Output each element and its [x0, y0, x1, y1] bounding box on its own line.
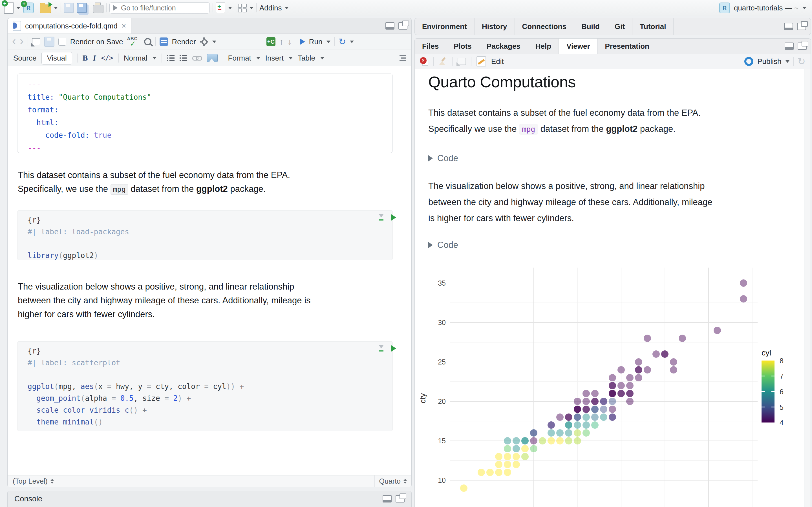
- tab-build[interactable]: Build: [574, 18, 607, 35]
- minimize-pane-icon[interactable]: [386, 22, 395, 30]
- paragraph-style-select[interactable]: Normal: [124, 54, 147, 62]
- addins-menu[interactable]: Addins: [259, 4, 282, 12]
- tab-packages[interactable]: Packages: [479, 39, 528, 54]
- open-file-icon[interactable]: [40, 4, 51, 13]
- render-button[interactable]: Render: [172, 38, 196, 46]
- minimize-pane-icon[interactable]: [383, 495, 392, 503]
- minimize-pane-icon[interactable]: [784, 23, 793, 30]
- refresh-viewer-icon[interactable]: ↻: [798, 57, 806, 66]
- inline-code-icon[interactable]: [101, 54, 113, 62]
- publish-caret-icon[interactable]: [785, 60, 790, 63]
- maximize-pane-icon[interactable]: [398, 22, 407, 30]
- document-canvas[interactable]: ---title: "Quarto Computations"format: h…: [8, 66, 411, 475]
- run-chunks-above-icon[interactable]: [378, 345, 384, 351]
- run-chunk-icon[interactable]: [391, 345, 396, 351]
- render-on-save-checkbox[interactable]: [58, 38, 66, 46]
- spellcheck-icon[interactable]: [127, 37, 140, 47]
- outline-toggle-icon[interactable]: [400, 55, 406, 61]
- publish-button[interactable]: Publish: [757, 57, 781, 66]
- run-button[interactable]: Run: [309, 38, 322, 46]
- save-all-icon[interactable]: [77, 3, 87, 13]
- divider: [118, 54, 119, 62]
- source-refresh-caret-icon[interactable]: [350, 41, 354, 43]
- project-menu[interactable]: R quarto-tutorials — ~: [719, 0, 806, 16]
- edit-button[interactable]: Edit: [491, 57, 504, 66]
- tab-tutorial[interactable]: Tutorial: [632, 18, 673, 35]
- minimize-pane-icon[interactable]: [784, 43, 794, 50]
- paragraph-style-caret-icon[interactable]: [153, 57, 156, 59]
- maximize-pane-icon[interactable]: [396, 495, 405, 503]
- bold-icon[interactable]: [83, 54, 88, 62]
- code-fold-1[interactable]: Code: [428, 153, 458, 163]
- version-control-caret-icon[interactable]: [228, 7, 232, 9]
- table-menu[interactable]: Table: [298, 54, 315, 62]
- editor-tab[interactable]: computations-code-fold.qmd ×: [8, 18, 132, 34]
- code-chunk-load-packages[interactable]: {r}#| label: load-packages library(ggplo…: [17, 210, 393, 260]
- workspace-panes-icon[interactable]: [238, 4, 247, 12]
- doc-mode[interactable]: Quarto: [374, 475, 411, 487]
- visual-mode-button[interactable]: Visual: [42, 52, 72, 64]
- forward-icon[interactable]: ›: [20, 37, 23, 45]
- maximize-pane-icon[interactable]: [797, 23, 806, 30]
- open-in-browser-icon[interactable]: [458, 58, 466, 65]
- table-caret-icon[interactable]: [320, 57, 324, 59]
- new-file-caret-icon[interactable]: [16, 7, 20, 9]
- link-icon[interactable]: [192, 55, 202, 61]
- goto-file-input[interactable]: [120, 4, 206, 12]
- code-fold-2[interactable]: Code: [428, 240, 458, 250]
- numbered-list-icon[interactable]: [180, 55, 187, 61]
- format-caret-icon[interactable]: [256, 57, 260, 59]
- tab-files[interactable]: Files: [415, 39, 446, 54]
- go-next-section-icon[interactable]: ↓: [288, 37, 292, 47]
- back-icon[interactable]: ‹: [12, 37, 16, 45]
- render-settings-caret-icon[interactable]: [212, 41, 216, 43]
- print-icon[interactable]: [93, 5, 103, 13]
- source-refresh-icon[interactable]: ↻: [339, 37, 346, 46]
- tab-presentation[interactable]: Presentation: [598, 39, 657, 54]
- viewer-scrollbar[interactable]: [804, 69, 811, 507]
- goto-file-search[interactable]: [109, 2, 210, 13]
- go-previous-section-icon[interactable]: ↑: [280, 37, 284, 47]
- tab-environment[interactable]: Environment: [415, 18, 474, 35]
- tab-git[interactable]: Git: [607, 18, 632, 35]
- code-chunk-scatterplot[interactable]: {r}#| label: scatterplot ggplot(mpg, aes…: [17, 341, 393, 431]
- save-doc-icon[interactable]: [44, 37, 54, 47]
- version-control-icon[interactable]: [216, 3, 225, 13]
- run-caret-icon[interactable]: [326, 41, 331, 43]
- maximize-pane-icon[interactable]: [798, 43, 807, 50]
- image-icon[interactable]: [207, 54, 218, 62]
- addins-caret-icon[interactable]: [285, 7, 289, 9]
- render-settings-gear-icon[interactable]: [200, 38, 208, 46]
- insert-menu[interactable]: Insert: [265, 54, 284, 62]
- insert-chunk-icon[interactable]: +C: [266, 37, 275, 46]
- yaml-block[interactable]: ---title: "Quarto Computations"format: h…: [17, 73, 393, 153]
- tab-help[interactable]: Help: [528, 39, 559, 54]
- stop-clear-viewer-icon[interactable]: ×: [420, 57, 428, 66]
- close-tab-icon[interactable]: ×: [121, 22, 126, 30]
- format-menu[interactable]: Format: [228, 54, 251, 62]
- run-chunk-icon[interactable]: [391, 214, 396, 221]
- viewer-content[interactable]: Quarto Computations This dataset contain…: [415, 69, 811, 507]
- paragraph-2[interactable]: The visualization below shows a positive…: [18, 280, 311, 321]
- italic-icon[interactable]: [93, 54, 96, 62]
- tab-viewer[interactable]: Viewer: [559, 39, 598, 54]
- bullet-list-icon[interactable]: [167, 55, 174, 61]
- source-mode-button[interactable]: Source: [13, 54, 36, 62]
- new-project-icon[interactable]: R+: [23, 3, 34, 13]
- clear-broom-icon[interactable]: [439, 57, 447, 66]
- find-replace-icon[interactable]: [144, 38, 151, 45]
- open-file-caret-icon[interactable]: [54, 7, 58, 9]
- tab-plots[interactable]: Plots: [446, 39, 479, 54]
- tab-connections[interactable]: Connections: [515, 18, 574, 35]
- new-file-icon[interactable]: +: [4, 2, 13, 14]
- save-icon[interactable]: [64, 3, 74, 13]
- main-toolbar: + R+ Addins R quarto-tutorials — ~: [0, 0, 812, 16]
- insert-caret-icon[interactable]: [289, 57, 293, 59]
- paragraph-1[interactable]: This dataset contains a subset of the fu…: [18, 168, 290, 196]
- console-title[interactable]: Console: [14, 495, 42, 503]
- panes-caret-icon[interactable]: [250, 7, 253, 9]
- tab-history[interactable]: History: [474, 18, 515, 35]
- run-chunks-above-icon[interactable]: [378, 214, 384, 221]
- open-new-window-icon[interactable]: [32, 38, 40, 45]
- outline-scope[interactable]: (Top Level): [13, 477, 48, 485]
